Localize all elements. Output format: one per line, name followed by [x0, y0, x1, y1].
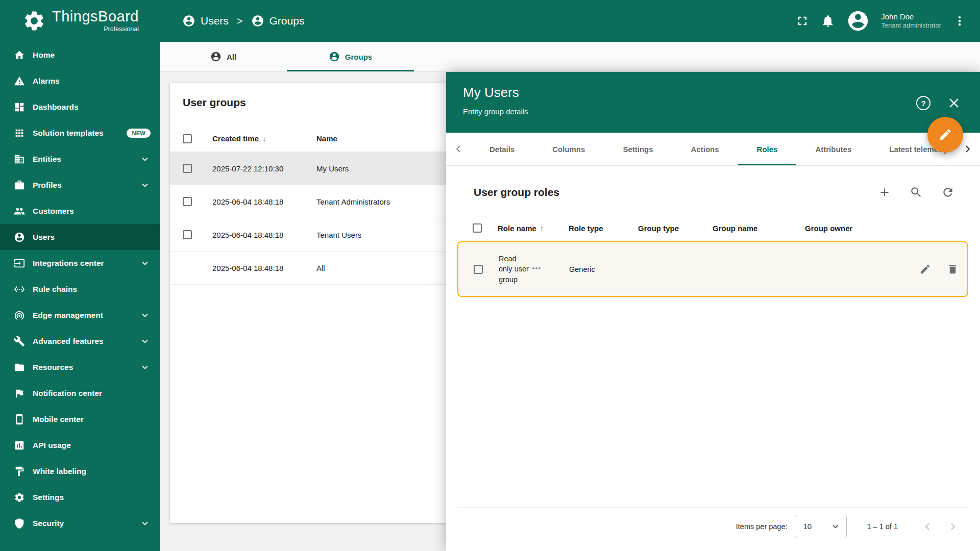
edit-role-button[interactable]: [919, 263, 932, 276]
sidebar-item-users[interactable]: Users: [0, 224, 160, 250]
brand-logo[interactable]: ThingsBoard Professional: [0, 9, 160, 33]
tab-roles[interactable]: Roles: [738, 133, 797, 165]
previous-page-button[interactable]: [920, 519, 935, 534]
next-page-button[interactable]: [946, 519, 960, 534]
chevron-down-icon: [139, 518, 151, 529]
column-role-type[interactable]: Role type: [569, 224, 638, 233]
entity-group-tabs: All Groups: [160, 42, 980, 72]
sidebar-item-rule-chains[interactable]: Rule chains: [0, 276, 160, 302]
tab-details[interactable]: Details: [471, 133, 533, 165]
row-checkbox[interactable]: [474, 265, 483, 274]
chevron-right-icon: [961, 142, 974, 156]
sidebar-item-notification-center[interactable]: Notification center: [0, 380, 160, 406]
chevron-down-icon: [139, 180, 151, 191]
breadcrumb: Users > Groups: [182, 14, 304, 28]
folder-icon: [14, 362, 25, 373]
sidebar-item-advanced-features[interactable]: Advanced features: [0, 328, 160, 354]
tab-all[interactable]: All: [160, 42, 287, 71]
account-circle-icon: [329, 51, 340, 62]
user-role: Tenant administrator: [881, 21, 941, 30]
paginator-range: 1 – 1 of 1: [867, 522, 898, 531]
help-button[interactable]: ?: [916, 96, 930, 110]
sort-desc-icon: ↓: [262, 134, 266, 143]
breadcrumb-separator: >: [237, 15, 243, 27]
role-more-button[interactable]: [530, 262, 544, 275]
user-info: John Doe Tenant administrator: [881, 12, 941, 30]
select-all-checkbox[interactable]: [183, 134, 192, 143]
sidebar-item-api-usage[interactable]: API usage: [0, 432, 160, 458]
account-circle-icon: [182, 14, 195, 28]
sidebar-item-settings[interactable]: Settings: [0, 484, 160, 510]
sidebar-item-dashboards[interactable]: Dashboards: [0, 94, 160, 120]
sidebar-item-integrations-center[interactable]: Integrations center: [0, 250, 160, 276]
format-paint-icon: [14, 466, 25, 477]
breadcrumb-users[interactable]: Users: [182, 14, 229, 28]
delete-role-button[interactable]: [947, 263, 959, 276]
sidebar-item-edge-management[interactable]: Edge management: [0, 302, 160, 328]
row-checkbox[interactable]: [183, 164, 192, 173]
close-panel-button[interactable]: [946, 95, 962, 111]
sidebar-item-alarms[interactable]: Alarms: [0, 68, 160, 94]
new-badge: NEW: [127, 129, 151, 138]
role-row-highlighted[interactable]: Read-only user group Generic: [457, 241, 968, 297]
tab-actions[interactable]: Actions: [672, 133, 738, 165]
chevron-left-icon: [452, 142, 465, 156]
breadcrumb-label: Users: [201, 15, 229, 27]
user-avatar[interactable]: [846, 9, 870, 33]
row-checkbox[interactable]: [183, 197, 192, 206]
dashboards-icon: [14, 102, 25, 113]
sidebar-item-resources[interactable]: Resources: [0, 354, 160, 380]
home-icon: [14, 49, 25, 61]
thingsboard-logo-icon: [22, 9, 46, 33]
more-horiz-icon: [530, 262, 543, 274]
column-created-time[interactable]: Created time ↓: [212, 134, 316, 143]
column-group-type[interactable]: Group type: [638, 224, 713, 233]
account-circle-icon: [210, 51, 222, 62]
tab-settings[interactable]: Settings: [604, 133, 672, 165]
apps-icon: [14, 128, 25, 139]
chevron-down-icon: [139, 336, 151, 347]
tab-groups[interactable]: Groups: [287, 42, 414, 71]
breadcrumb-groups[interactable]: Groups: [251, 14, 305, 28]
people-icon: [14, 206, 25, 217]
top-bar: ThingsBoard Professional Users > Groups: [0, 0, 980, 42]
breadcrumb-label: Groups: [270, 15, 305, 27]
column-role-name[interactable]: Role name ↑: [498, 224, 569, 233]
account-circle-icon: [14, 232, 25, 243]
account-circle-icon: [251, 14, 264, 28]
row-checkbox[interactable]: [183, 230, 192, 239]
sidebar-item-mobile-center[interactable]: Mobile center: [0, 406, 160, 432]
paginator: Items per page: 10 1 – 1 of 1: [457, 507, 968, 545]
panel-subtitle: Entity group details: [463, 107, 980, 116]
sidebar-item-solution-templates[interactable]: Solution templates NEW: [0, 120, 160, 146]
more-menu-button[interactable]: [952, 14, 967, 28]
sidebar-item-customers[interactable]: Customers: [0, 198, 160, 224]
tabs-scroll-left-button[interactable]: [446, 133, 471, 165]
chevron-down-icon: [139, 362, 151, 373]
search-button[interactable]: [910, 185, 924, 199]
select-all-checkbox[interactable]: [473, 223, 482, 233]
refresh-button[interactable]: [941, 185, 955, 199]
items-per-page-select[interactable]: 10: [795, 515, 847, 538]
search-icon: [910, 186, 923, 199]
sidebar-item-entities[interactable]: Entities: [0, 146, 160, 172]
add-role-button[interactable]: [878, 185, 892, 199]
fullscreen-button[interactable]: [795, 14, 810, 28]
sidebar-item-security[interactable]: Security: [0, 510, 160, 536]
edit-fab[interactable]: [927, 117, 963, 153]
more-vert-icon: [952, 14, 967, 28]
items-per-page-value: 10: [803, 522, 812, 531]
column-group-name[interactable]: Group name: [713, 224, 805, 233]
row-actions: [882, 263, 959, 276]
notifications-button[interactable]: [821, 14, 835, 28]
close-icon: [946, 95, 962, 111]
sidebar-item-home[interactable]: Home: [0, 42, 160, 68]
tab-columns[interactable]: Columns: [533, 133, 604, 165]
panel-header: My Users Entity group details ?: [446, 72, 980, 133]
briefcase-icon: [14, 180, 25, 191]
sidebar-item-profiles[interactable]: Profiles: [0, 172, 160, 198]
top-bar-actions: John Doe Tenant administrator: [795, 9, 980, 33]
column-group-owner[interactable]: Group owner: [805, 224, 960, 233]
tab-attributes[interactable]: Attributes: [796, 133, 870, 165]
sidebar-item-white-labeling[interactable]: White labeling: [0, 458, 160, 484]
